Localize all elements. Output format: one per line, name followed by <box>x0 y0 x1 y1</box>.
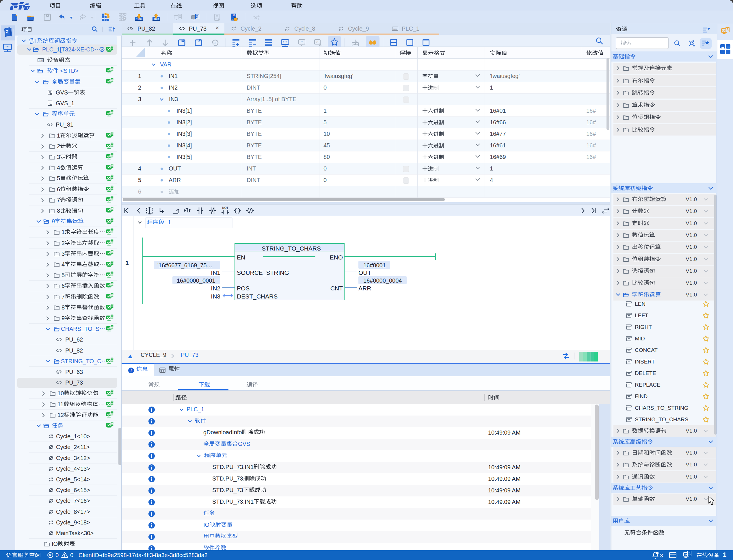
svg-text:/*: /* <box>301 40 303 44</box>
svg-text:10: 10 <box>233 14 235 17</box>
svg-text:1100: 1100 <box>393 28 397 30</box>
svg-text:/*: /* <box>316 40 319 44</box>
svg-text:NOT: NOT <box>222 206 228 209</box>
svg-text:1100: 1100 <box>39 59 43 61</box>
svg-text:1: 1 <box>214 41 216 44</box>
svg-text:i: i <box>131 368 132 373</box>
